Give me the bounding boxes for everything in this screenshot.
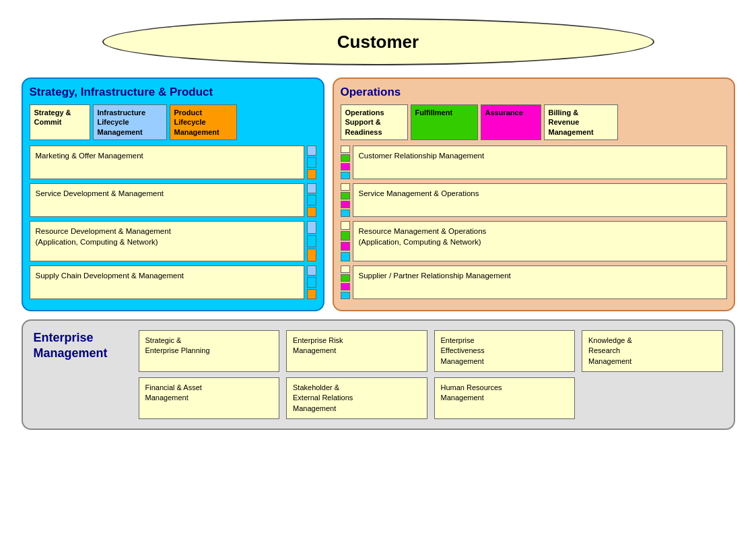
enterprise-financial: Financial & AssetManagement (139, 377, 280, 419)
ops-header-assurance: Assurance (481, 104, 541, 140)
sip-header-strategy: Strategy &Commit (30, 104, 90, 140)
ops-header-strip: OperationsSupport &Readiness Fulfillment… (341, 104, 727, 140)
enterprise-effectiveness: EnterpriseEffectivenessManagement (434, 330, 576, 372)
ops-strip-green-3 (341, 231, 350, 241)
ops-strip-yellow-1 (341, 146, 350, 153)
ops-strip-yellow-2 (341, 183, 350, 191)
sip-header-product: ProductLifecycleManagement (170, 104, 237, 140)
sip-strip-blue-4 (307, 265, 316, 276)
sip-strip-cyan-2 (307, 195, 316, 205)
main-row: Strategy, Infrastructure & Product Strat… (22, 77, 735, 311)
enterprise-hr: Human ResourcesManagement (434, 377, 576, 419)
sip-strip-orange-3 (307, 249, 316, 261)
enterprise-panel: EnterpriseManagement Strategic &Enterpri… (22, 319, 735, 430)
sip-header-strip: Strategy &Commit InfrastructureLifecycle… (30, 104, 316, 140)
ops-resource-box: Resource Management & Operations(Applica… (353, 221, 727, 261)
customer-ellipse: Customer (102, 18, 654, 65)
sip-strip-cyan-3 (307, 235, 316, 248)
ops-strip-magenta-1 (341, 163, 350, 170)
sip-marketing-box: Marketing & Offer Management (30, 146, 304, 179)
ops-strip-cyan-4 (341, 292, 350, 299)
ops-title: Operations (341, 86, 727, 99)
ops-strip-magenta-2 (341, 201, 350, 208)
ops-row-3: Resource Management & Operations(Applica… (341, 221, 727, 261)
ops-crm-box: Customer Relationship Management (353, 146, 727, 179)
ops-strip-yellow-4 (341, 265, 350, 273)
sip-resource-box: Resource Development & Management(Applic… (30, 221, 304, 261)
sip-row-2: Service Development & Management (30, 183, 316, 217)
ops-strip-magenta-4 (341, 283, 350, 290)
ops-row-2: Service Management & Operations (341, 183, 727, 217)
sip-strip-cyan-4 (307, 277, 316, 287)
sip-row-1: Marketing & Offer Management (30, 146, 316, 179)
sip-strip-orange-2 (307, 207, 316, 217)
sip-header-infra: InfrastructureLifecycleManagement (93, 104, 167, 140)
ops-row-4: Supplier / Partner Relationship Manageme… (341, 265, 727, 299)
sip-strip-orange-4 (307, 289, 316, 299)
enterprise-strategic-planning: Strategic &Enterprise Planning (139, 330, 280, 372)
enterprise-title: EnterpriseManagement (34, 330, 128, 362)
ops-side-strip-4 (341, 265, 350, 299)
sip-panel: Strategy, Infrastructure & Product Strat… (22, 77, 324, 311)
enterprise-risk: Enterprise RiskManagement (286, 330, 427, 372)
diagram: Customer Strategy, Infrastructure & Prod… (15, 11, 742, 524)
ops-strip-yellow-3 (341, 221, 350, 230)
enterprise-grid: Strategic &Enterprise Planning Enterpris… (139, 330, 723, 419)
sip-strip-blue (307, 146, 316, 156)
sip-side-strip-2 (307, 183, 316, 217)
enterprise-knowledge: Knowledge &ResearchManagement (582, 330, 723, 372)
sip-strip-blue-2 (307, 183, 316, 193)
ops-strip-green-2 (341, 192, 350, 199)
enterprise-row-2: Financial & AssetManagement Stakeholder … (139, 377, 723, 419)
ops-strip-cyan-2 (341, 210, 350, 217)
sip-side-strip-3 (307, 221, 316, 261)
sip-supply-box: Supply Chain Development & Management (30, 265, 304, 299)
ops-side-strip-2 (341, 183, 350, 217)
sip-strip-cyan (307, 157, 316, 167)
ops-header-support: OperationsSupport &Readiness (341, 104, 408, 140)
ops-strip-green-1 (341, 154, 350, 162)
sip-side-strip-4 (307, 265, 316, 299)
ops-header-billing: Billing &RevenueManagement (544, 104, 618, 140)
ops-strip-magenta-3 (341, 242, 350, 251)
sip-strip-orange (307, 169, 316, 179)
ops-header-fulfillment: Fulfillment (411, 104, 478, 140)
ops-strip-cyan-1 (341, 172, 350, 179)
sip-service-box: Service Development & Management (30, 183, 304, 217)
enterprise-stakeholder: Stakeholder &External RelationsManagemen… (286, 377, 427, 419)
enterprise-spacer (582, 377, 723, 419)
sip-row-4: Supply Chain Development & Management (30, 265, 316, 299)
ops-supplier-box: Supplier / Partner Relationship Manageme… (353, 265, 727, 299)
ops-strip-cyan-3 (341, 252, 350, 261)
ops-strip-green-4 (341, 274, 350, 282)
ops-row-1: Customer Relationship Management (341, 146, 727, 179)
ops-panel: Operations OperationsSupport &Readiness … (333, 77, 735, 311)
customer-label: Customer (337, 32, 419, 53)
sip-side-strip-1 (307, 146, 316, 179)
ops-side-strip-3 (341, 221, 350, 261)
sip-row-3: Resource Development & Management(Applic… (30, 221, 316, 261)
enterprise-row-1: Strategic &Enterprise Planning Enterpris… (139, 330, 723, 372)
ops-side-strip-1 (341, 146, 350, 179)
sip-title: Strategy, Infrastructure & Product (30, 86, 316, 99)
sip-strip-blue-3 (307, 221, 316, 234)
ops-service-box: Service Management & Operations (353, 183, 727, 217)
